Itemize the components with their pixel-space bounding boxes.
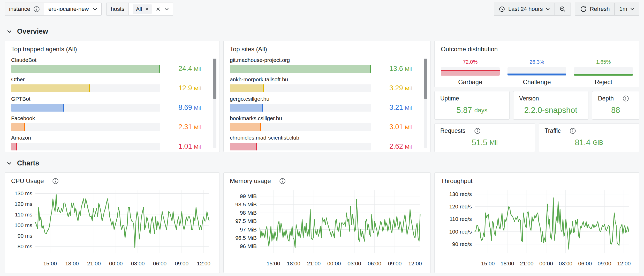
chip-remove-icon[interactable] (145, 7, 149, 11)
y-tick-label: 90 ms (18, 233, 32, 239)
refresh-group: Refresh 1m (575, 3, 639, 16)
uptime-title[interactable]: Uptime (440, 95, 504, 102)
throughput-chart[interactable]: 15:0018:0021:0000:0003:0006:0009:0012:00… (441, 187, 633, 268)
panel-title[interactable]: Top sites (All) (230, 46, 424, 53)
y-tick-label: 96 MiB (240, 243, 257, 249)
scrollbar-thumb[interactable] (213, 59, 216, 99)
x-tick-label: 21:00 (307, 260, 321, 266)
chevron-down-icon (630, 8, 634, 10)
agent-row: Facebook2.31 Mil (11, 115, 201, 131)
info-icon[interactable] (52, 178, 59, 184)
chevron-down-icon[interactable] (164, 8, 169, 11)
version-panel: Version2.2.0-snapshot (513, 91, 588, 120)
x-tick-label: 12:00 (408, 260, 422, 266)
hosts-variable-value[interactable]: All (129, 3, 173, 15)
y-tick-label: 98.5 MiB (235, 201, 257, 207)
hosts-chip-text: All (136, 6, 142, 12)
requests-panel: Requests51.5Mil (434, 124, 535, 152)
panel-title-text: Traffic (545, 127, 561, 134)
hosts-variable-label: hosts (107, 3, 129, 15)
usage-bar-fill (11, 84, 90, 92)
info-icon[interactable] (623, 95, 629, 102)
scrollbar-thumb[interactable] (424, 59, 427, 99)
time-range-button[interactable]: Last 24 hours (494, 3, 555, 15)
info-icon[interactable] (33, 6, 40, 12)
usage-bar-track (11, 143, 160, 150)
y-tick-label: 97.5 MiB (235, 218, 257, 224)
agent-row: GPTBot8.69 Mil (11, 96, 201, 112)
usage-bar-track (11, 65, 160, 73)
y-tick-label: 130 ms (14, 190, 32, 196)
info-icon[interactable] (570, 128, 576, 134)
cpu-usage-chart[interactable]: 15:0018:0021:0000:0003:0006:0009:0012:00… (11, 187, 213, 268)
instance-variable-value[interactable]: eru-iocaine-new (44, 3, 102, 15)
agent-label: Facebook (11, 115, 201, 121)
panel-title[interactable]: Top trapped agents (All) (11, 46, 213, 53)
panel-title-text: Requests (440, 127, 465, 134)
throughput-series-line (475, 198, 629, 249)
version-title[interactable]: Version (519, 95, 582, 102)
requests-title[interactable]: Requests (440, 127, 529, 134)
depth-title[interactable]: Depth (598, 95, 633, 102)
bar-value: 3.01 Mil (371, 123, 412, 131)
depth-value: 88 (598, 102, 633, 116)
bar-value: 12.9 Mil (160, 84, 201, 92)
section-overview-title: Overview (17, 27, 48, 35)
x-tick-label: 12:00 (197, 260, 210, 266)
bar-value: 13.6 Mil (371, 65, 412, 73)
gauge-value: 72.0% (441, 59, 500, 65)
x-tick-label: 18:00 (501, 260, 514, 266)
x-tick-label: 06:00 (578, 260, 592, 266)
scrollbar-track[interactable] (424, 58, 427, 148)
y-tick-label: 98 MiB (240, 210, 257, 216)
info-icon[interactable] (474, 128, 481, 134)
x-tick-label: 18:00 (65, 260, 79, 266)
site-row: gergo.csillger.hu3.21 Mil (230, 96, 412, 112)
panel-title[interactable]: CPU Usage (11, 177, 213, 185)
zoom-out-button[interactable] (555, 3, 571, 15)
cpu-usage-series-line (35, 194, 209, 248)
info-icon[interactable] (279, 178, 286, 184)
panel-title[interactable]: Memory usage (230, 177, 424, 185)
y-tick-label: 110 req/s (450, 216, 472, 222)
section-charts-header[interactable]: Charts (7, 159, 639, 167)
section-overview-header[interactable]: Overview (7, 27, 639, 35)
clear-selection-icon[interactable] (156, 7, 160, 11)
usage-bar-track (11, 84, 160, 92)
usage-bar-track (11, 123, 160, 131)
usage-bar-fill (230, 143, 257, 150)
x-tick-label: 03:00 (347, 260, 361, 266)
gauge-challenge: 26.3%Challenge (507, 59, 566, 86)
clock-icon (499, 6, 505, 12)
refresh-button[interactable]: Refresh (575, 3, 614, 15)
instance-variable-label: instance (5, 3, 44, 15)
hosts-variable: hosts All (106, 3, 173, 16)
overview-stats-column: Outcome distribution 72.0%Garbage26.3%Ch… (434, 41, 639, 152)
bar-value: 3.29 Mil (371, 84, 412, 92)
usage-bar-track (230, 123, 371, 131)
gauge-label: Challenge (507, 78, 566, 86)
y-tick-label: 96.5 MiB (235, 235, 257, 241)
x-tick-label: 09:00 (598, 260, 611, 266)
gauge-value: 1.65% (574, 59, 633, 65)
bar-value: 1.01 Mil (160, 142, 201, 150)
gauge-fill (441, 70, 500, 76)
panel-title-text: Uptime (440, 95, 459, 102)
x-tick-label: 15:00 (267, 260, 280, 266)
x-tick-label: 06:00 (368, 260, 382, 266)
memory-usage-chart[interactable]: 15:0018:0021:0000:0003:0006:0009:0012:00… (230, 187, 424, 268)
refresh-interval-button[interactable]: 1m (614, 3, 639, 15)
requests-value: 51.5Mil (440, 134, 529, 148)
scrollbar-track[interactable] (213, 58, 216, 148)
traffic-panel: Traffic81.4GiB (539, 124, 640, 152)
time-range-group: Last 24 hours (494, 3, 571, 16)
uptime-panel: Uptime5.87days (434, 91, 510, 120)
hosts-chip-all[interactable]: All (133, 4, 152, 14)
traffic-title[interactable]: Traffic (545, 127, 634, 134)
refresh-icon (580, 6, 587, 12)
panel-title[interactable]: Outcome distribution (441, 46, 633, 53)
panel-title[interactable]: Throughput (441, 177, 633, 185)
site-row: bookmarks.csillger.hu3.01 Mil (230, 115, 412, 131)
usage-bar-fill (230, 123, 261, 131)
throughput-panel: Throughput15:0018:0021:0000:0003:0006:00… (434, 172, 639, 273)
